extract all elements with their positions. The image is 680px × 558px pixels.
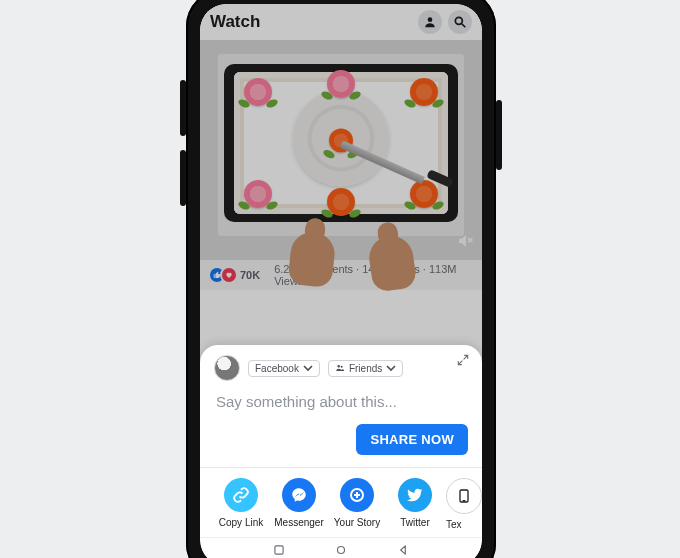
share-target-label: Your Story [334,517,380,528]
nav-home-button[interactable] [334,543,348,558]
svg-point-5 [337,365,340,368]
share-sheet: Facebook Friends Say something about th [200,345,482,538]
audience-selector[interactable]: Friends [328,360,403,377]
nav-recent-button[interactable] [272,543,286,558]
video-thumbnail[interactable] [200,40,482,260]
sms-icon [456,488,472,504]
mute-icon[interactable] [456,232,474,254]
search-icon [453,15,467,29]
svg-point-0 [428,17,433,22]
chip-label: Friends [349,363,382,374]
share-targets-row: Copy Link Messenger Your Story Twit [200,467,482,530]
chevron-down-icon [386,363,396,373]
share-target-label: Copy Link [219,517,263,528]
nav-back-button[interactable] [396,543,410,558]
phone-side-button [496,100,502,170]
platform-selector[interactable]: Facebook [248,360,320,377]
share-now-button[interactable]: SHARE NOW [356,424,468,455]
share-target-text-message[interactable]: Tex [446,478,482,530]
reactions-count: 70K [240,269,260,281]
share-target-copy-link[interactable]: Copy Link [214,478,268,530]
phone-side-button [180,150,186,206]
person-icon [423,15,437,29]
share-target-label: Messenger [274,517,323,528]
page-title: Watch [210,12,260,32]
link-icon [232,486,250,504]
android-nav-bar [200,537,482,558]
profile-button[interactable] [418,10,442,34]
expand-icon[interactable] [456,353,470,371]
svg-line-2 [462,24,466,28]
phone-side-button [180,80,186,136]
app-header: Watch [200,4,482,40]
svg-point-13 [338,547,345,554]
svg-point-1 [455,17,462,24]
messenger-icon [290,486,308,504]
share-text-input[interactable]: Say something about this... [216,393,466,410]
share-target-your-story[interactable]: Your Story [330,478,384,530]
chip-label: Facebook [255,363,299,374]
friends-icon [335,363,345,373]
search-button[interactable] [448,10,472,34]
love-icon [220,266,238,284]
phone-frame: Watch [186,0,496,558]
share-target-label: Twitter [400,517,429,528]
reactions-summary[interactable]: 70K [208,266,260,284]
twitter-icon [407,487,423,503]
svg-rect-12 [275,546,283,554]
plus-circle-icon [348,486,366,504]
video-stats-bar: 70K 6.2K Comments · 14K Shares · 113M Vi… [200,260,482,290]
svg-point-6 [341,366,343,368]
share-target-label: Tex [446,519,476,530]
share-target-messenger[interactable]: Messenger [272,478,326,530]
avatar[interactable] [214,355,240,381]
chevron-down-icon [303,363,313,373]
share-target-twitter[interactable]: Twitter [388,478,442,530]
